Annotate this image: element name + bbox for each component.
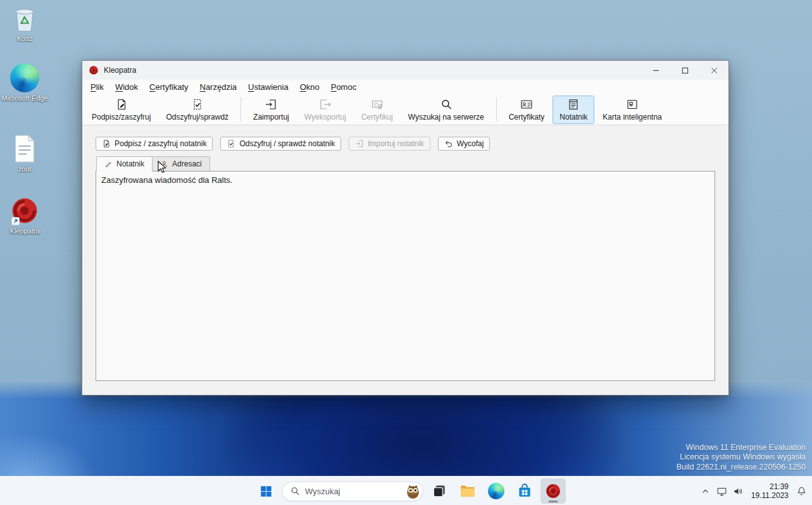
- notepad-editor[interactable]: Zaszyfrowana wiadomość dla Ralts.: [96, 171, 715, 381]
- certify-icon: [371, 98, 384, 111]
- desktop: Kosz Microsoft Edge zout Kleopatra Windo…: [0, 0, 812, 476]
- running-app-indicator: [549, 501, 558, 502]
- tab-label: Adresaci: [172, 159, 202, 168]
- pen-icon: [104, 160, 113, 168]
- tab-label: Notatnik: [116, 159, 144, 168]
- title-bar[interactable]: Kleopatra: [82, 61, 728, 80]
- notifications-button[interactable]: [793, 481, 809, 501]
- minimize-button[interactable]: [641, 61, 670, 80]
- toolbar-notepad-view-button[interactable]: Notatnik: [553, 96, 594, 124]
- tray-chevron-button[interactable]: [697, 481, 714, 501]
- main-toolbar: Podpisz/zaszyfruj Odszyfruj/sprawdź Zaim…: [82, 94, 728, 125]
- desktop-icon-kleopatra[interactable]: Kleopatra: [1, 196, 49, 235]
- toolbar-separator: [496, 97, 497, 122]
- undo-icon: [444, 139, 453, 148]
- kleopatra-taskbar-button[interactable]: [540, 478, 566, 504]
- toolbar-certify-button: Certyfikuj: [354, 96, 400, 124]
- button-label: Wycofaj: [457, 139, 484, 148]
- speaker-icon: [733, 486, 744, 497]
- tab-notatnik[interactable]: Notatnik: [96, 156, 153, 171]
- windows-logo-icon: [259, 485, 273, 498]
- taskbar: 21:39 19.11.2023: [0, 476, 812, 505]
- desktop-icon-zout[interactable]: zout: [1, 134, 49, 173]
- network-tray-button[interactable]: [714, 481, 730, 501]
- document-icon: [13, 134, 37, 163]
- export-icon: [319, 98, 332, 111]
- notepad-actions: Podpisz / zaszyfruj notatnik Odszyfruj /…: [96, 137, 715, 151]
- watermark-line: Build 22621.ni_release.220506-1250: [677, 463, 806, 473]
- clock-date: 19.11.2023: [751, 491, 789, 500]
- toolbar-export-button: Wyeksportuj: [297, 96, 353, 124]
- window-title: Kleopatra: [104, 66, 136, 75]
- recycle-bin-icon: [11, 4, 38, 33]
- file-explorer-button[interactable]: [455, 478, 480, 504]
- desktop-icon-label: zout: [18, 165, 32, 173]
- volume-tray-button[interactable]: [730, 481, 747, 501]
- search-icon: [440, 98, 453, 111]
- chevron-up-icon: [700, 486, 711, 497]
- toolbar-label: Podpisz/zaszyfruj: [92, 113, 151, 122]
- taskbar-center-group: [253, 478, 566, 504]
- tab-adresaci[interactable]: Adresaci: [152, 156, 210, 171]
- toolbar-label: Karta inteligentna: [603, 113, 661, 122]
- desktop-icon-label: Kleopatra: [9, 227, 39, 235]
- task-view-button[interactable]: [427, 478, 452, 504]
- maximize-icon: [680, 65, 690, 76]
- folder-icon: [459, 483, 476, 499]
- toolbar-label: Odszyfruj/sprawdź: [166, 113, 228, 122]
- desktop-icon-microsoft-edge[interactable]: Microsoft Edge: [1, 63, 49, 103]
- toolbar-decrypt-verify-button[interactable]: Odszyfruj/sprawdź: [159, 96, 235, 124]
- windows-evaluation-watermark: Windows 11 Enterprise Evaluation Licencj…: [677, 443, 806, 473]
- menu-narzedzia[interactable]: Narzędzia: [194, 80, 243, 94]
- toolbar-label: Certyfikuj: [361, 113, 393, 122]
- store-icon: [516, 483, 533, 499]
- desktop-icon-recycle-bin[interactable]: Kosz: [1, 4, 49, 43]
- taskbar-clock[interactable]: 21:39 19.11.2023: [751, 482, 789, 500]
- toolbar-lookup-server-button[interactable]: Wyszukaj na serwerze: [401, 96, 491, 124]
- editor-text: Zaszyfrowana wiadomość dla Ralts.: [101, 175, 232, 185]
- maximize-button[interactable]: [670, 61, 699, 80]
- menu-okno[interactable]: Okno: [294, 80, 325, 94]
- toolbar-import-button[interactable]: Zaimportuj: [246, 96, 296, 124]
- clock-time: 21:39: [751, 482, 789, 491]
- menu-certyfikaty[interactable]: Certyfikaty: [144, 80, 194, 94]
- search-icon: [290, 486, 300, 496]
- button-label: Odszyfruj / sprawdź notatnik: [239, 139, 335, 148]
- toolbar-label: Wyeksportuj: [304, 113, 346, 122]
- menu-plik[interactable]: Plik: [85, 80, 109, 94]
- notepad-view: Podpisz / zaszyfruj notatnik Odszyfruj /…: [82, 125, 728, 395]
- toolbar-smartcard-view-button[interactable]: Karta inteligentna: [596, 96, 668, 124]
- notepad-tabs: Notatnik Adresaci: [96, 156, 715, 171]
- desktop-icon-label: Kosz: [17, 35, 32, 43]
- toolbar-sign-encrypt-button[interactable]: Podpisz/zaszyfruj: [85, 96, 158, 124]
- shortcut-arrow-icon: [11, 217, 20, 225]
- import-icon: [265, 98, 277, 111]
- toolbar-separator: [240, 97, 241, 122]
- desktop-icon-label: Microsoft Edge: [1, 94, 47, 103]
- microsoft-store-button[interactable]: [512, 478, 537, 504]
- decrypt-verify-notepad-button[interactable]: Odszyfruj / sprawdź notatnik: [220, 137, 341, 151]
- edge-icon: [488, 483, 504, 499]
- button-label: Importuj notatnik: [368, 139, 424, 148]
- decrypt-verify-icon: [191, 98, 204, 111]
- button-label: Podpisz / zaszyfruj notatnik: [115, 139, 206, 148]
- toolbar-label: Certyfikaty: [509, 113, 545, 122]
- menu-ustawienia[interactable]: Ustawienia: [242, 80, 294, 94]
- menu-widok[interactable]: Widok: [109, 80, 144, 94]
- toolbar-certificates-view-button[interactable]: Certyfikaty: [502, 96, 552, 124]
- taskbar-search[interactable]: [282, 482, 423, 501]
- revert-button[interactable]: Wycofaj: [438, 137, 490, 151]
- start-button[interactable]: [253, 478, 278, 504]
- close-button[interactable]: [699, 61, 728, 80]
- toolbar-label: Wyszukaj na serwerze: [408, 113, 484, 122]
- edge-taskbar-button[interactable]: [484, 478, 509, 504]
- search-highlight-owl-icon: [404, 483, 422, 500]
- menu-pomoc[interactable]: Pomoc: [325, 80, 362, 94]
- sign-encrypt-icon: [115, 98, 128, 111]
- import-notepad-button: Importuj notatnik: [349, 137, 430, 151]
- person-icon: [160, 160, 168, 168]
- toolbar-label: Notatnik: [559, 113, 587, 122]
- watermark-line: Licencja systemu Windows wygasła: [677, 452, 806, 463]
- sign-encrypt-notepad-button[interactable]: Podpisz / zaszyfruj notatnik: [96, 137, 213, 151]
- search-input[interactable]: [305, 487, 399, 496]
